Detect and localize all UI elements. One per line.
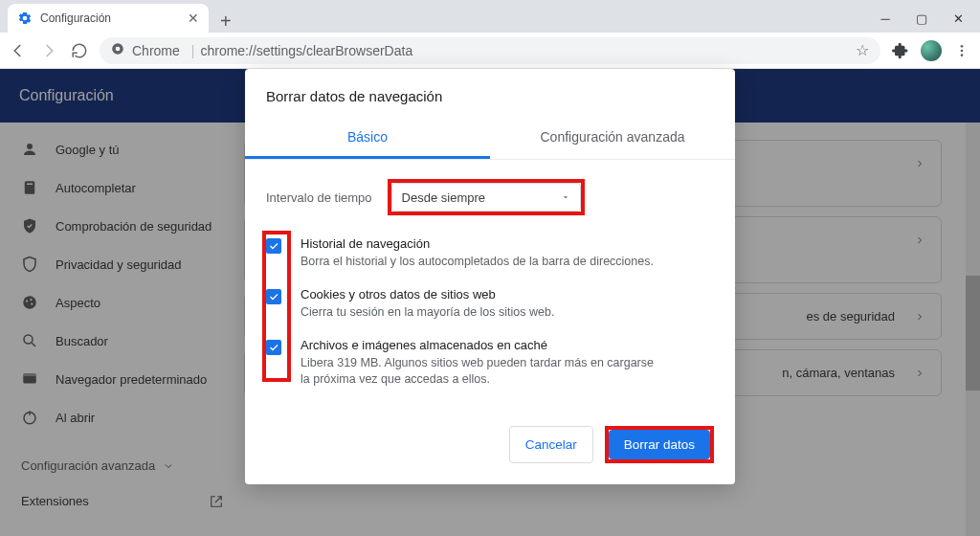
check-item-head: Cookies y otros datos de sitios web bbox=[301, 287, 554, 302]
highlight-confirm: Borrar datos bbox=[605, 426, 714, 463]
tab-advanced[interactable]: Configuración avanzada bbox=[490, 118, 735, 159]
toolbar: Chrome | chrome://settings/clearBrowserD… bbox=[0, 33, 980, 69]
close-icon[interactable]: ✕ bbox=[188, 11, 199, 26]
omnibox[interactable]: Chrome | chrome://settings/clearBrowserD… bbox=[100, 37, 880, 64]
svg-point-4 bbox=[961, 54, 964, 56]
extensions-icon[interactable] bbox=[890, 40, 911, 61]
chevron-down-icon bbox=[561, 192, 570, 202]
chrome-logo-icon bbox=[111, 42, 124, 58]
cancel-button[interactable]: Cancelar bbox=[509, 426, 593, 463]
star-icon[interactable]: ☆ bbox=[856, 41, 869, 59]
menu-icon[interactable] bbox=[951, 40, 972, 61]
tab-basic[interactable]: Básico bbox=[245, 118, 490, 159]
window-close[interactable]: ✕ bbox=[951, 11, 965, 25]
check-item-head: Historial de navegación bbox=[301, 236, 654, 251]
gear-icon bbox=[17, 11, 33, 26]
time-range-label: Intervalo de tiempo bbox=[266, 190, 372, 205]
dialog-title: Borrar datos de navegación bbox=[245, 69, 735, 118]
time-range-value: Desde siempre bbox=[402, 190, 485, 205]
check-item-sub: Cierra tu sesión en la mayoría de los si… bbox=[301, 304, 554, 321]
new-tab-button[interactable]: + bbox=[209, 11, 243, 33]
reload-button[interactable] bbox=[69, 40, 90, 61]
back-button[interactable] bbox=[8, 40, 29, 61]
svg-point-1 bbox=[116, 47, 121, 52]
time-range-select[interactable]: Desde siempre bbox=[391, 183, 581, 212]
svg-point-2 bbox=[961, 45, 964, 48]
profile-avatar[interactable] bbox=[921, 40, 942, 61]
clear-browsing-data-dialog: Borrar datos de navegación Básico Config… bbox=[245, 69, 735, 484]
clear-data-button[interactable]: Borrar datos bbox=[609, 430, 710, 459]
titlebar: Configuración ✕ + ─ ▢ ✕ bbox=[0, 0, 980, 33]
tab-title: Configuración bbox=[40, 11, 188, 25]
svg-point-3 bbox=[961, 49, 964, 52]
forward-button[interactable] bbox=[38, 40, 59, 61]
window-maximize[interactable]: ▢ bbox=[915, 11, 928, 25]
omnibox-url: chrome://settings/clearBrowserData bbox=[200, 43, 412, 58]
omnibox-chip: Chrome bbox=[132, 43, 180, 58]
highlight-time-range: Desde siempre bbox=[388, 179, 585, 215]
check-item-sub: Libera 319 MB. Algunos sitios web pueden… bbox=[301, 355, 664, 388]
check-item-sub: Borra el historial y los autocompletados… bbox=[301, 254, 654, 270]
check-item-head: Archivos e imágenes almacenados en caché bbox=[301, 338, 664, 352]
highlight-checkboxes bbox=[262, 231, 291, 382]
browser-tab[interactable]: Configuración ✕ bbox=[8, 4, 209, 33]
window-minimize[interactable]: ─ bbox=[879, 11, 892, 25]
